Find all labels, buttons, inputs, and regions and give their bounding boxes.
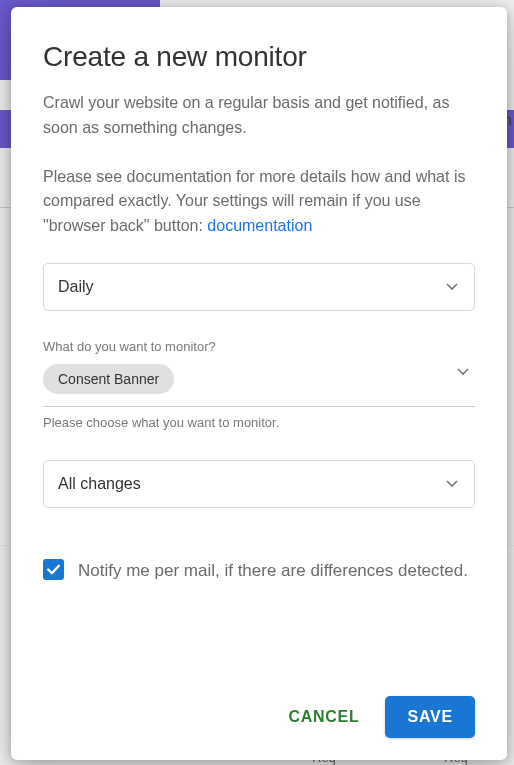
intro-paragraph-2: Please see documentation for more detail… [43,165,475,239]
notify-checkbox-label: Notify me per mail, if there are differe… [78,558,468,584]
notify-checkbox-row: Notify me per mail, if there are differe… [43,558,475,584]
modal-title: Create a new monitor [43,41,475,73]
frequency-value: Daily [58,278,94,296]
monitor-target-label: What do you want to monitor? [43,339,475,354]
save-button[interactable]: SAVE [385,696,475,738]
monitor-target-helper: Please choose what you want to monitor. [43,415,475,430]
chevron-down-icon [457,368,469,376]
frequency-select[interactable]: Daily [43,263,475,311]
monitor-target-chip[interactable]: Consent Banner [43,364,174,394]
monitor-target-select[interactable]: Consent Banner [43,364,475,407]
chip-label: Consent Banner [58,371,159,387]
chevron-down-icon [446,480,458,488]
chevron-down-icon [446,283,458,291]
notify-checkbox[interactable] [43,559,64,580]
change-scope-select[interactable]: All changes [43,460,475,508]
create-monitor-modal: Create a new monitor Crawl your website … [11,7,507,760]
intro-paragraph-1: Crawl your website on a regular basis an… [43,91,475,141]
change-scope-value: All changes [58,475,141,493]
documentation-link[interactable]: documentation [207,217,312,234]
cancel-button[interactable]: CANCEL [283,698,366,736]
modal-button-row: CANCEL SAVE [43,676,475,738]
